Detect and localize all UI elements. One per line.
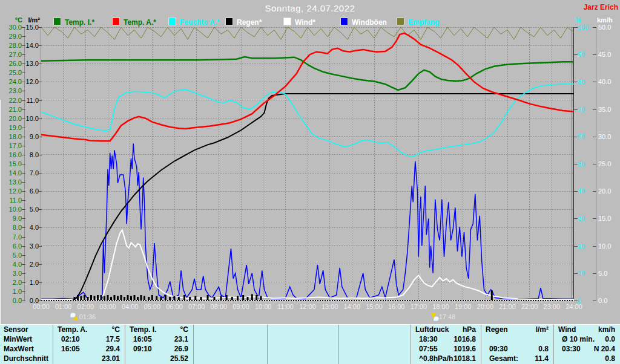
y-axis-label-rain: 11.0 [0, 97, 39, 104]
y-axis-tick [574, 301, 578, 301]
y-axis-tick [574, 218, 578, 219]
rain-intensity-ticks [74, 290, 493, 301]
y-axis-tick [593, 164, 596, 164]
y-axis-label-rain: 5.0 [0, 206, 39, 213]
table-avg-value: 11.4 [486, 354, 549, 363]
y-axis-tick [22, 73, 25, 73]
y-axis-tick [593, 54, 596, 55]
x-axis-label: 15:00 [366, 303, 383, 310]
y-axis-tick [22, 36, 25, 37]
y-axis-tick [574, 137, 578, 137]
y-axis-tick [574, 191, 578, 192]
y-axis-label-temp: 17.0 [0, 143, 22, 149]
y-axis-label-temp: 21.0 [0, 106, 22, 113]
x-axis-label: 13:00 [322, 303, 338, 310]
table-avg-value: 0.8 [558, 354, 615, 363]
table-min-value: 0.0 [558, 335, 615, 344]
x-axis-label: 09:00 [232, 303, 249, 310]
table-avg-value: 23.01 [58, 354, 120, 363]
legend-swatch-icon [340, 18, 348, 25]
statistics-table: SensorMinWertMaxWertDurchschnittTemp. A.… [0, 324, 620, 364]
legend-swatch-icon [225, 18, 233, 25]
y-axis-tick [574, 27, 578, 28]
y-axis-label-rain: 10.0 [0, 115, 39, 122]
y-axis-tick [38, 209, 42, 210]
x-axis-baseline [41, 300, 574, 301]
y-axis-tick [574, 82, 578, 82]
legend-swatch-icon [112, 18, 120, 25]
y-axis-label-temp: 23.0 [0, 88, 22, 94]
marker-time-label: 17:48 [439, 313, 456, 320]
y-axis-label-wind: 15.0 [598, 215, 611, 222]
y-axis-tick [38, 246, 42, 247]
y-axis-tick [22, 273, 25, 274]
x-axis-label: 06:00 [166, 303, 183, 310]
x-axis-label: 24:00 [566, 303, 582, 310]
y-axis-tick [593, 246, 596, 247]
y-axis-tick [574, 273, 578, 274]
legend-swatch-icon [397, 18, 404, 25]
y-axis-label-hum: 50 [578, 161, 585, 167]
y-axis-label-temp: 5.0 [0, 252, 22, 259]
x-axis-label: 05:00 [144, 303, 161, 310]
y-axis-tick [38, 282, 42, 283]
table-min-value: 17.5 [58, 335, 120, 344]
x-axis-label: 10:00 [255, 303, 272, 310]
y-axis-tick [22, 54, 25, 55]
y-axis-label-temp: 3.0 [0, 270, 22, 277]
y-axis-label-rain: 15.0 [0, 24, 39, 31]
legend-item-label: Regen* [237, 18, 262, 27]
x-axis-label: 23:00 [544, 303, 561, 310]
x-axis-label: 07:00 [188, 303, 205, 310]
y-axis-label-rain: 12.0 [0, 79, 39, 85]
axis-unit-windspeed: km/h [597, 16, 613, 24]
y-axis-label-rain: 13.0 [0, 60, 39, 67]
y-axis-tick [38, 227, 42, 228]
table-avg-value: 1018.1 [415, 354, 476, 363]
x-axis-label: 18:00 [432, 303, 449, 310]
x-axis-label: 19:00 [455, 303, 472, 310]
y-axis-label-hum: 40 [578, 188, 585, 195]
y-axis-tick [38, 173, 42, 174]
y-axis-tick [38, 82, 42, 82]
table-row-label: MaxWert [4, 345, 34, 354]
y-axis-tick [22, 237, 25, 238]
x-axis-label: 22:00 [521, 303, 538, 310]
x-axis-label: 14:00 [344, 303, 361, 310]
x-axis-label: 04:00 [122, 303, 139, 310]
y-axis-tick [38, 191, 42, 192]
legend-swatch-icon [53, 18, 61, 25]
y-axis-label-temp: 1.0 [0, 288, 22, 295]
sunset-arrow-icon [430, 313, 438, 321]
y-axis-label-rain: 3.0 [0, 243, 39, 250]
x-axis-label: 00:00 [33, 303, 50, 310]
table-row-label: MinWert [4, 335, 32, 344]
chart-plot-area [41, 27, 574, 301]
y-axis-tick [593, 191, 596, 192]
table-min-value: 23.1 [130, 335, 188, 344]
y-axis-tick [22, 182, 25, 183]
y-axis-tick [593, 27, 596, 28]
table-column-divider [338, 325, 339, 364]
axis-unit-humidity: % [575, 16, 581, 24]
y-axis-label-wind: 30.0 [598, 134, 611, 140]
station-owner-label: Jarz Erich [584, 3, 618, 11]
y-axis-tick [38, 63, 42, 64]
legend-swatch-icon [283, 18, 291, 25]
y-axis-tick [22, 164, 25, 164]
y-axis-label-wind: 20.0 [598, 188, 611, 195]
y-axis-label-wind: 0.0 [598, 297, 607, 304]
table-min-value: 1016.8 [415, 335, 476, 344]
y-axis-label-temp: 7.0 [0, 234, 22, 241]
legend-item-label: Empfang [408, 18, 439, 27]
y-axis-label-wind: 40.0 [598, 79, 611, 85]
y-axis-tick [574, 54, 578, 55]
y-axis-label-temp: 19.0 [0, 125, 22, 131]
window-edge-highlight [0, 100, 1, 325]
y-axis-tick [38, 155, 42, 155]
table-column-divider [481, 325, 481, 364]
table-max-value: 26.9 [130, 345, 188, 354]
y-axis-tick [593, 273, 596, 274]
legend-item-label: Temp. I.* [65, 18, 94, 27]
table-sensor-unit: km/h [558, 325, 615, 334]
